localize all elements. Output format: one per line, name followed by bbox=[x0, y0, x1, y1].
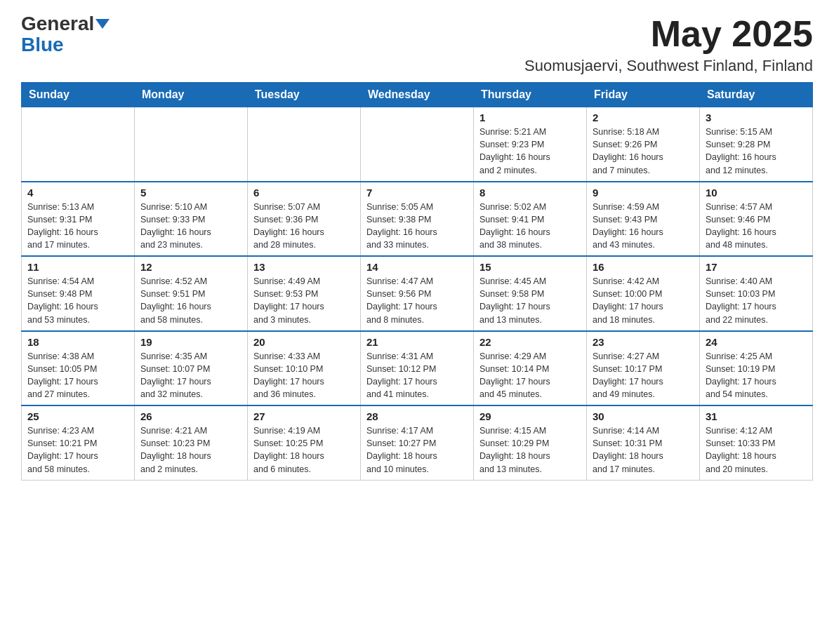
logo-text-blue: Blue bbox=[21, 34, 64, 55]
logo-text-general: General bbox=[21, 14, 94, 34]
day-number: 14 bbox=[366, 261, 468, 273]
day-info: Sunrise: 5:07 AMSunset: 9:36 PMDaylight:… bbox=[253, 201, 355, 252]
calendar-week-row: 18Sunrise: 4:38 AMSunset: 10:05 PMDaylig… bbox=[22, 331, 813, 406]
day-info: Sunrise: 4:14 AMSunset: 10:31 PMDaylight… bbox=[593, 424, 694, 476]
day-info: Sunrise: 4:42 AMSunset: 10:00 PMDaylight… bbox=[593, 275, 694, 326]
day-number: 12 bbox=[140, 261, 241, 273]
calendar-cell: 23Sunrise: 4:27 AMSunset: 10:17 PMDaylig… bbox=[587, 331, 700, 406]
day-info: Sunrise: 4:27 AMSunset: 10:17 PMDaylight… bbox=[593, 350, 694, 401]
calendar-cell: 28Sunrise: 4:17 AMSunset: 10:27 PMDaylig… bbox=[361, 405, 474, 480]
calendar-cell: 18Sunrise: 4:38 AMSunset: 10:05 PMDaylig… bbox=[22, 331, 135, 406]
day-info: Sunrise: 5:10 AMSunset: 9:33 PMDaylight:… bbox=[140, 201, 241, 252]
day-number: 28 bbox=[366, 410, 468, 422]
month-title: May 2025 bbox=[524, 14, 813, 54]
calendar-week-row: 1Sunrise: 5:21 AMSunset: 9:23 PMDaylight… bbox=[22, 107, 813, 182]
day-info: Sunrise: 5:15 AMSunset: 9:28 PMDaylight:… bbox=[706, 126, 807, 177]
day-info: Sunrise: 4:47 AMSunset: 9:56 PMDaylight:… bbox=[366, 275, 468, 326]
calendar-cell bbox=[248, 107, 361, 182]
calendar-cell: 10Sunrise: 4:57 AMSunset: 9:46 PMDayligh… bbox=[700, 182, 813, 257]
day-number: 22 bbox=[479, 336, 581, 348]
weekday-header-saturday: Saturday bbox=[700, 83, 813, 107]
day-info: Sunrise: 5:13 AMSunset: 9:31 PMDaylight:… bbox=[27, 201, 128, 252]
calendar-cell: 27Sunrise: 4:19 AMSunset: 10:25 PMDaylig… bbox=[248, 405, 361, 480]
day-number: 26 bbox=[140, 410, 241, 422]
day-number: 24 bbox=[706, 336, 807, 348]
weekday-header-wednesday: Wednesday bbox=[361, 83, 474, 107]
day-number: 23 bbox=[593, 336, 694, 348]
calendar-cell: 14Sunrise: 4:47 AMSunset: 9:56 PMDayligh… bbox=[361, 256, 474, 331]
day-info: Sunrise: 4:52 AMSunset: 9:51 PMDaylight:… bbox=[140, 275, 241, 326]
day-number: 15 bbox=[479, 261, 581, 273]
calendar-cell: 26Sunrise: 4:21 AMSunset: 10:23 PMDaylig… bbox=[135, 405, 248, 480]
day-info: Sunrise: 5:21 AMSunset: 9:23 PMDaylight:… bbox=[479, 126, 581, 177]
day-number: 16 bbox=[593, 261, 694, 273]
day-info: Sunrise: 4:40 AMSunset: 10:03 PMDaylight… bbox=[706, 275, 807, 326]
day-info: Sunrise: 4:45 AMSunset: 9:58 PMDaylight:… bbox=[479, 275, 581, 326]
calendar-week-row: 11Sunrise: 4:54 AMSunset: 9:48 PMDayligh… bbox=[22, 256, 813, 331]
calendar-cell: 17Sunrise: 4:40 AMSunset: 10:03 PMDaylig… bbox=[700, 256, 813, 331]
weekday-header-tuesday: Tuesday bbox=[248, 83, 361, 107]
calendar-header-row: SundayMondayTuesdayWednesdayThursdayFrid… bbox=[22, 83, 813, 107]
day-info: Sunrise: 4:19 AMSunset: 10:25 PMDaylight… bbox=[253, 424, 355, 476]
calendar-cell: 30Sunrise: 4:14 AMSunset: 10:31 PMDaylig… bbox=[587, 405, 700, 480]
calendar-week-row: 25Sunrise: 4:23 AMSunset: 10:21 PMDaylig… bbox=[22, 405, 813, 480]
day-info: Sunrise: 4:12 AMSunset: 10:33 PMDaylight… bbox=[706, 424, 807, 476]
day-info: Sunrise: 4:31 AMSunset: 10:12 PMDaylight… bbox=[366, 350, 468, 401]
day-number: 17 bbox=[706, 261, 807, 273]
day-info: Sunrise: 4:38 AMSunset: 10:05 PMDaylight… bbox=[27, 350, 128, 401]
day-info: Sunrise: 4:59 AMSunset: 9:43 PMDaylight:… bbox=[593, 201, 694, 252]
day-number: 18 bbox=[27, 336, 128, 348]
calendar-cell: 5Sunrise: 5:10 AMSunset: 9:33 PMDaylight… bbox=[135, 182, 248, 257]
calendar-cell: 4Sunrise: 5:13 AMSunset: 9:31 PMDaylight… bbox=[22, 182, 135, 257]
location-title: Suomusjaervi, Southwest Finland, Finland bbox=[524, 57, 813, 75]
day-number: 7 bbox=[366, 187, 468, 199]
day-number: 9 bbox=[593, 187, 694, 199]
weekday-header-thursday: Thursday bbox=[474, 83, 587, 107]
day-info: Sunrise: 4:21 AMSunset: 10:23 PMDaylight… bbox=[140, 424, 241, 476]
day-number: 21 bbox=[366, 336, 468, 348]
calendar-cell bbox=[361, 107, 474, 182]
calendar-cell bbox=[135, 107, 248, 182]
weekday-header-monday: Monday bbox=[135, 83, 248, 107]
day-number: 25 bbox=[27, 410, 128, 422]
day-number: 10 bbox=[706, 187, 807, 199]
calendar-cell: 12Sunrise: 4:52 AMSunset: 9:51 PMDayligh… bbox=[135, 256, 248, 331]
title-block: May 2025 Suomusjaervi, Southwest Finland… bbox=[524, 14, 813, 75]
weekday-header-friday: Friday bbox=[587, 83, 700, 107]
day-number: 13 bbox=[253, 261, 355, 273]
calendar-cell: 2Sunrise: 5:18 AMSunset: 9:26 PMDaylight… bbox=[587, 107, 700, 182]
calendar-cell: 24Sunrise: 4:25 AMSunset: 10:19 PMDaylig… bbox=[700, 331, 813, 406]
calendar-table: SundayMondayTuesdayWednesdayThursdayFrid… bbox=[21, 82, 813, 481]
logo: General Blue bbox=[21, 14, 110, 56]
day-number: 27 bbox=[253, 410, 355, 422]
page-header: General Blue May 2025 Suomusjaervi, Sout… bbox=[21, 14, 813, 75]
calendar-cell: 3Sunrise: 5:15 AMSunset: 9:28 PMDaylight… bbox=[700, 107, 813, 182]
day-number: 11 bbox=[27, 261, 128, 273]
day-number: 2 bbox=[593, 112, 694, 123]
calendar-cell: 7Sunrise: 5:05 AMSunset: 9:38 PMDaylight… bbox=[361, 182, 474, 257]
calendar-cell: 8Sunrise: 5:02 AMSunset: 9:41 PMDaylight… bbox=[474, 182, 587, 257]
day-number: 3 bbox=[706, 112, 807, 123]
day-info: Sunrise: 4:15 AMSunset: 10:29 PMDaylight… bbox=[479, 424, 581, 476]
calendar-cell: 19Sunrise: 4:35 AMSunset: 10:07 PMDaylig… bbox=[135, 331, 248, 406]
calendar-cell: 13Sunrise: 4:49 AMSunset: 9:53 PMDayligh… bbox=[248, 256, 361, 331]
calendar-cell: 25Sunrise: 4:23 AMSunset: 10:21 PMDaylig… bbox=[22, 405, 135, 480]
calendar-cell: 9Sunrise: 4:59 AMSunset: 9:43 PMDaylight… bbox=[587, 182, 700, 257]
day-info: Sunrise: 5:18 AMSunset: 9:26 PMDaylight:… bbox=[593, 126, 694, 177]
day-number: 4 bbox=[27, 187, 128, 199]
day-number: 31 bbox=[706, 410, 807, 422]
logo-triangle-icon bbox=[95, 19, 110, 29]
day-number: 8 bbox=[479, 187, 581, 199]
day-info: Sunrise: 4:23 AMSunset: 10:21 PMDaylight… bbox=[27, 424, 128, 476]
day-info: Sunrise: 4:25 AMSunset: 10:19 PMDaylight… bbox=[706, 350, 807, 401]
day-info: Sunrise: 4:54 AMSunset: 9:48 PMDaylight:… bbox=[27, 275, 128, 326]
calendar-cell: 11Sunrise: 4:54 AMSunset: 9:48 PMDayligh… bbox=[22, 256, 135, 331]
calendar-cell: 15Sunrise: 4:45 AMSunset: 9:58 PMDayligh… bbox=[474, 256, 587, 331]
day-number: 19 bbox=[140, 336, 241, 348]
day-number: 20 bbox=[253, 336, 355, 348]
day-number: 5 bbox=[140, 187, 241, 199]
calendar-cell: 1Sunrise: 5:21 AMSunset: 9:23 PMDaylight… bbox=[474, 107, 587, 182]
day-number: 6 bbox=[253, 187, 355, 199]
day-number: 1 bbox=[479, 112, 581, 123]
day-info: Sunrise: 5:02 AMSunset: 9:41 PMDaylight:… bbox=[479, 201, 581, 252]
